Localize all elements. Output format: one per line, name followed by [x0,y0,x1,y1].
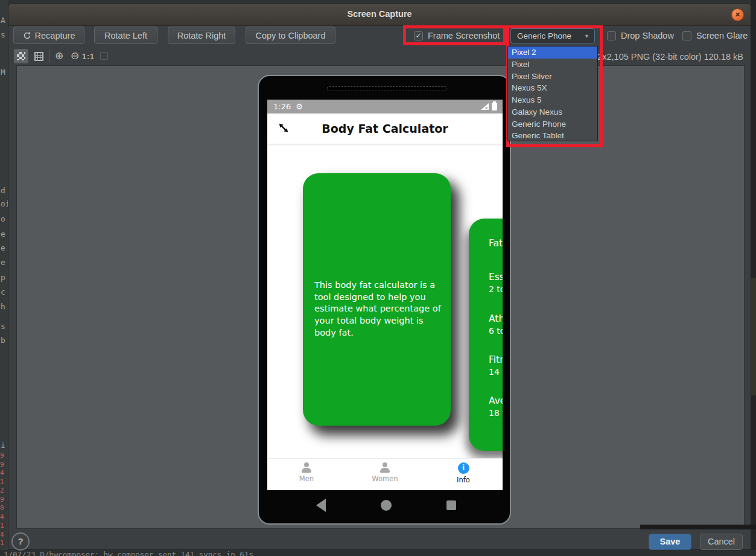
screen-glare-label: Screen Glare [696,31,748,40]
rotate-right-button[interactable]: Rotate Right [168,27,235,44]
rotate-right-label: Rotate Right [177,31,226,40]
background-char: A [1,16,5,25]
side-card-row-name: Ave [489,395,503,406]
background-char: i [1,441,5,450]
device-dropdown-list: Pixel 2PixelPixel SilverNexus 5XNexus 5G… [507,46,598,141]
background-line-number: 4 [0,531,4,538]
dropdown-option[interactable]: Nexus 5X [508,82,597,94]
device-selected-label: Generic Phone [511,31,584,40]
app-bar: Body Fat Calculator [267,113,503,144]
recapture-label: Recapture [35,31,75,40]
side-card-header: Fat [489,238,503,249]
status-time: 1:26 [267,102,291,111]
side-card-row-range: 18 t [489,408,503,418]
side-card-row-name: Ess [489,272,503,283]
screen-glare-checkbox[interactable]: Screen Glare [682,31,748,40]
zoom-in-button[interactable]: ⊕ [52,50,66,62]
dropdown-option[interactable]: Galaxy Nexus [508,106,597,118]
save-button[interactable]: Save [649,534,691,550]
background-line-number: 0 [0,504,4,512]
side-card-row-range: 2 to [489,284,503,294]
device-frame: 1:26 ⚙ x Body Fat Calculator This body f… [258,75,511,525]
bottom-navigation: Men Women i Info [267,458,503,490]
info-card-text: This body fat calculator is a tool desig… [314,280,443,339]
zoom-fit-button[interactable] [100,52,108,60]
zoom-out-icon: ⊖ [71,50,79,62]
gear-icon: ⚙ [291,102,303,111]
window-title: Screen Capture [8,9,751,19]
background-line-number: 4 [0,469,4,477]
recapture-button[interactable]: Recapture [13,27,84,44]
dropdown-option[interactable]: Generic Tablet [508,130,597,142]
titlebar[interactable]: Screen Capture ✕ [8,4,751,26]
dropdown-option[interactable]: Pixel [508,59,597,71]
background-char: h [1,302,5,311]
rotate-left-label: Rotate Left [104,31,147,40]
info-card: This body fat calculator is a tool desig… [303,173,451,426]
actual-pixels-button[interactable] [14,49,28,63]
background-char: d [1,186,5,195]
tab-info: i Info [439,462,488,484]
background-char: b [1,336,5,345]
toolbar-separator [49,50,50,62]
background-right-strip [751,0,756,556]
drop-shadow-checkbox[interactable]: Drop Shadow [607,31,674,40]
signal-icon: x [481,103,489,110]
background-editor-strip: AsMdoioeeepchsbi99412904141 [0,0,8,556]
background-char: c [1,287,5,296]
background-char: o [1,214,5,223]
rotate-left-button[interactable]: Rotate Left [94,27,157,44]
android-back-icon [316,499,326,512]
background-line-number: 1 [0,539,4,547]
screen-capture-dialog: Screen Capture ✕ Recapture Rotate Left R… [8,3,751,550]
status-bar: 1:26 ⚙ x [267,100,503,113]
background-line-number: 9 [0,452,4,459]
help-button[interactable]: ? [11,532,30,551]
copy-to-clipboard-button[interactable]: Copy to Clipboard [246,27,335,44]
cancel-button[interactable]: Cancel [700,534,743,550]
speaker-grille [327,86,447,91]
background-line-number: 9 [0,496,4,503]
person-icon [380,462,390,473]
background-line-number: 2 [0,487,4,494]
close-button[interactable]: ✕ [731,8,744,21]
scrollbar-track [640,525,756,529]
dropdown-option[interactable]: Pixel 2 [508,46,597,59]
zoom-actual-size-button[interactable]: 1:1 [82,53,95,61]
background-line-number: 4 [0,513,4,521]
side-card-row-range: 6 to [489,326,503,336]
image-info-text: 2x2,105 PNG (32-bit color) 120.18 kB [597,52,743,62]
background-char: oi [1,199,8,208]
tab-men: Men [282,462,331,483]
background-char: e [1,243,5,252]
frame-screenshot-checkbox[interactable]: ✓ Frame Screenshot [414,31,500,40]
background-line-number: 1 [0,478,4,486]
chevron-down-icon: ▼ [584,33,594,39]
drop-shadow-label: Drop Shadow [621,31,674,40]
android-home-icon [381,500,392,511]
close-icon: ✕ [735,11,740,18]
zoom-out-button[interactable]: ⊖ [68,50,82,62]
info-icon: i [458,462,469,474]
background-logcat-strip: 1/07/23 D/hwcomposer: hw composer sent 1… [0,550,756,556]
screenshot-preview-area[interactable]: 1:26 ⚙ x Body Fat Calculator This body f… [16,65,745,529]
battery-icon [492,103,497,110]
device-screen: 1:26 ⚙ x Body Fat Calculator This body f… [267,100,503,490]
background-char: e [1,258,5,267]
checkerboard-icon [17,52,25,60]
dropdown-option[interactable]: Nexus 5 [508,94,597,106]
dropdown-option[interactable]: Generic Phone [508,118,597,130]
refresh-icon [23,31,31,40]
tab-women: Women [361,462,409,483]
dropdown-option[interactable]: Pixel Silver [508,71,597,83]
checkbox-check-icon: ✓ [415,31,421,40]
device-dropdown-button[interactable]: Generic Phone ▼ [510,28,595,43]
grid-toggle-button[interactable] [31,49,46,63]
background-line-number: 1 [0,522,4,529]
side-card-row-range: 14 t [489,367,503,377]
copy-label: Copy to Clipboard [255,31,325,40]
side-card-row-name: Ath [489,313,503,324]
fat-categories-card: Fat Ess2 toAth6 toFitn14 tAve18 t [469,219,503,451]
grid-icon [34,52,43,61]
background-char: M [1,68,5,77]
